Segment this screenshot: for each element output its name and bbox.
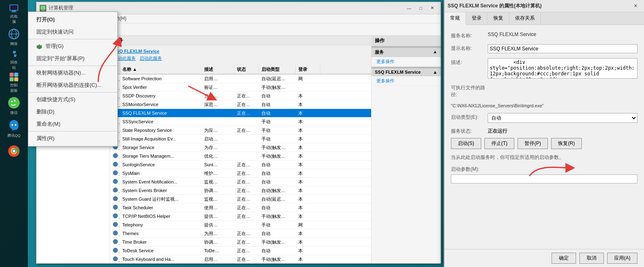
ctx-properties[interactable]: 属性(R) [28, 132, 117, 145]
table-row[interactable]: State Repository Service 为应… 正在… 手动 本 [110, 126, 371, 135]
svg-point-36 [113, 179, 118, 184]
table-row[interactable]: Storage Tiers Managem... 优化… 手动(触发… 本 [110, 152, 371, 161]
svg-rect-3 [10, 5, 18, 10]
display-name-row: 显示名称: [451, 44, 637, 53]
taskbar-recycle-icon[interactable]: 回收站 [3, 49, 25, 70]
ctx-open[interactable]: 打开(O) [28, 14, 117, 26]
table-row[interactable]: SysMain 维护… 正在… 自动 本 [110, 169, 371, 178]
services-description: SSQ FLEXLM Service 启动此服务 启动此服务 [110, 45, 371, 65]
ctx-divider-4 [28, 131, 117, 131]
path-label: 可执行文件的路径: [451, 84, 488, 98]
pc-label: 此电脑 [10, 14, 18, 25]
path-row: 可执行文件的路径: [451, 84, 637, 98]
table-row[interactable]: Still Image Acquisition Ev... 启动… 手动 本 [110, 135, 371, 143]
dialog-titlebar: SSQ FLEXLM Service 的属性(本地计算机) ✕ [444, 0, 644, 12]
taskbar-qq-icon[interactable]: 腾讯QQ [3, 118, 25, 139]
ok-button[interactable]: 确定 [552, 253, 576, 264]
svg-point-14 [11, 124, 13, 126]
svg-rect-21 [41, 6, 45, 9]
taskbar-wechat-icon[interactable]: 微信 [3, 95, 25, 116]
params-input[interactable] [451, 174, 637, 183]
table-row[interactable]: Themes 为用… 正在… 自动 本 [110, 229, 371, 238]
svg-point-13 [14, 100, 16, 102]
action-more-ssq[interactable]: 更多操作 [372, 76, 441, 86]
table-row[interactable]: SSSyncService 手动 本 [110, 118, 371, 126]
table-row[interactable]: SSMonitorService 深思… 正在… 自动 本 [110, 100, 371, 109]
table-row[interactable]: TCP/IP NetBIOS Helper 提供… 正在… 手动(触发… 本 [110, 212, 371, 221]
stop-button[interactable]: 停止(T) [484, 138, 514, 149]
resume-button[interactable]: 恢复(R) [551, 138, 582, 149]
taskbar-network-icon[interactable]: 网络 [3, 26, 25, 48]
ctx-pin-quick[interactable]: 固定到快速访问 [28, 26, 117, 38]
svg-point-40 [113, 213, 118, 218]
ctx-disconnect-drive[interactable]: 断开网络驱动器的连接(C)... [28, 79, 117, 91]
actions-ssq-section: SSQ FLEXLM Service ▲ [372, 67, 441, 76]
col-startup[interactable]: 启动类型 [259, 65, 296, 74]
tab-dependencies[interactable]: 依存关系 [509, 12, 541, 25]
ctx-manage[interactable]: 管理(G) [28, 40, 117, 52]
qq-label: 腾讯QQ [7, 133, 20, 138]
taskbar-pc-icon[interactable]: 此电脑 [3, 3, 25, 25]
table-row[interactable]: System Guard 运行时监视... 监视… 正在… 自动(延迟… 本 [110, 195, 371, 204]
table-row[interactable]: ⚙ Software Protection 启用… 自动(延迟… 网 [110, 75, 371, 83]
ctx-create-shortcut[interactable]: 创建快捷方式(S) [28, 93, 117, 106]
close-button[interactable]: ✕ [427, 4, 437, 12]
restore-button[interactable]: □ [415, 4, 426, 12]
tab-general[interactable]: 常规 [444, 12, 466, 25]
table-row[interactable]: Time Broker 协调… 正在… 手动(触发… 本 [110, 238, 371, 247]
table-row[interactable]: ToDesk Service ToDe… 正在… 自动 本 [110, 247, 371, 255]
dialog-title: SSQ FLEXLM Service 的属性(本地计算机) [448, 2, 630, 9]
col-status[interactable]: 状态 [234, 65, 259, 74]
ctx-rename[interactable]: 重命名(M) [28, 118, 117, 130]
display-name-input[interactable] [488, 44, 637, 53]
tab-recovery[interactable]: 恢复 [488, 12, 509, 25]
table-row[interactable]: SunloginService Sunl… 正在… 自动 本 [110, 161, 371, 169]
restart-service-link[interactable]: 启动此服务 [140, 56, 162, 61]
col-desc[interactable]: 描述 [202, 65, 234, 74]
table-row[interactable]: Spot Verifier 验证… 手动(触发… [110, 83, 371, 92]
ctx-divider-1 [28, 39, 117, 39]
svg-point-34 [113, 162, 118, 167]
table-row[interactable]: System Event Notification... 监视… 正在… 自动 … [110, 178, 371, 186]
taskbar-chrome-icon[interactable] [3, 141, 25, 162]
table-row[interactable]: Task Scheduler 使用… 正在… 自动 本 [110, 204, 371, 212]
table-row[interactable]: Touch Keyboard and Ha... 启用… 正在… 手动(触发… … [110, 255, 371, 263]
description-row: 描述: <div style="position:absolute;right:… [451, 58, 637, 79]
minimize-button[interactable]: — [404, 4, 414, 12]
ctx-divider-2 [28, 66, 117, 66]
ctx-delete[interactable]: 删除(D) [28, 106, 117, 118]
dialog-close-button[interactable]: ✕ [630, 2, 641, 10]
startup-type-select[interactable]: 自动 自动(延迟启动) 手动 禁用 [488, 113, 637, 123]
action-more-service[interactable]: 更多操作 [372, 57, 441, 67]
tab-login[interactable]: 登录 [466, 12, 488, 25]
taskbar-left: 此电脑 网络 回收站 控制面板 微信 [0, 0, 28, 267]
service-name-row: 服务名称: SSQ FLEXLM Service [451, 32, 637, 39]
taskbar-control-icon[interactable]: 控制面板 [3, 72, 25, 93]
svg-rect-7 [10, 73, 14, 77]
svg-point-12 [11, 101, 13, 102]
table-row-ssq[interactable]: SSQ FLEXLM Service 正在… 自动 本 [110, 109, 371, 118]
apply-button[interactable]: 应用(A) [607, 253, 637, 264]
table-row[interactable]: Telephony 提供… 手动 网 [110, 221, 371, 229]
table-row[interactable]: System Events Broker 协调… 正在… 自动(触发… 本 [110, 186, 371, 195]
control-label: 控制面板 [10, 83, 18, 93]
network-label: 网络 [10, 41, 18, 47]
svg-point-38 [113, 196, 118, 201]
startup-type-row: 启动类型(E): 自动 自动(延迟启动) 手动 禁用 [451, 113, 637, 123]
table-row[interactable]: Storage Service 为存… 手动(触发… 本 [110, 143, 371, 152]
table-row[interactable]: SSDP Discovery 当发… 正在… 自动 本 [110, 92, 371, 100]
col-name[interactable]: 名称 ▲ [120, 65, 202, 74]
ctx-map-drive[interactable]: 映射网络驱动器(N)... [28, 67, 117, 79]
col-logon[interactable]: 登录 [296, 65, 320, 74]
actions-panel: 操作 服务 ▲ 更多操作 SSQ FLEXLM Service ▲ 更多操作 [371, 36, 441, 263]
window-controls: — □ ✕ [404, 4, 437, 12]
svg-rect-10 [14, 77, 18, 81]
description-input[interactable]: <div style="position:absolute;right:2px;… [488, 58, 637, 79]
actions-service-section: 服务 ▲ [372, 46, 441, 57]
cancel-button[interactable]: 取消 [579, 253, 604, 264]
service-name-value: SSQ FLEXLM Service [488, 32, 637, 37]
pause-button[interactable]: 暂停(P) [518, 138, 548, 149]
selected-service-name[interactable]: SSQ FLEXLM Service [113, 49, 159, 54]
ctx-pin-start[interactable]: 固定到"开始"屏幕(P) [28, 52, 117, 65]
start-button[interactable]: 启动(S) [451, 138, 481, 149]
